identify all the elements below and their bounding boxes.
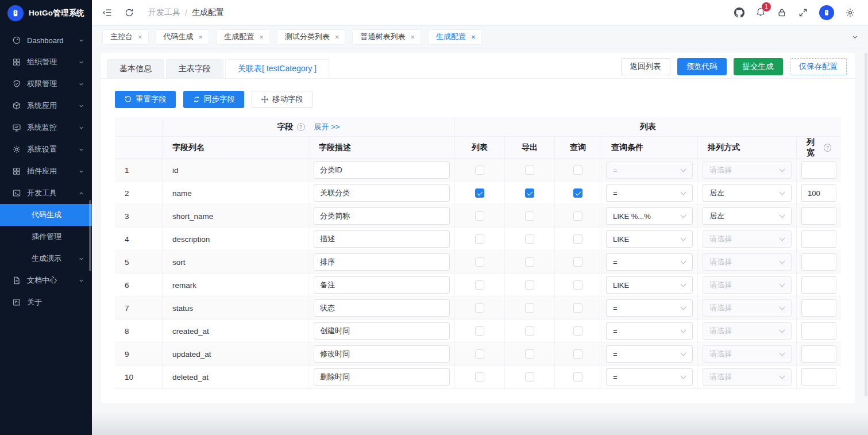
query-checkbox[interactable] — [573, 280, 582, 290]
move-fields-button[interactable]: 移动字段 — [252, 91, 313, 108]
tab-relation-table[interactable]: 关联表[ testCategory ] — [225, 59, 329, 78]
query-condition-select[interactable]: = — [606, 368, 693, 386]
column-width-input[interactable] — [801, 368, 836, 386]
query-checkbox[interactable] — [573, 188, 582, 198]
query-condition-select[interactable]: LIKE %...% — [606, 207, 693, 225]
export-checkbox[interactable] — [525, 234, 534, 244]
lock-icon[interactable] — [777, 7, 787, 18]
tab-chip-test-category-list[interactable]: 测试分类列表× — [277, 29, 346, 45]
align-select[interactable]: 居左 — [703, 184, 792, 202]
field-desc-input[interactable] — [314, 322, 450, 340]
query-checkbox[interactable] — [573, 326, 582, 336]
close-icon[interactable]: × — [335, 33, 340, 41]
help-icon[interactable]: ? — [824, 144, 831, 152]
align-select[interactable]: 请选择 — [703, 276, 792, 294]
tab-basic-info[interactable]: 基本信息 — [107, 59, 164, 78]
list-checkbox[interactable] — [475, 234, 484, 244]
query-condition-select[interactable]: LIKE — [606, 230, 693, 248]
query-condition-select[interactable]: = — [606, 184, 693, 202]
submit-generate-button[interactable]: 提交生成 — [734, 58, 783, 75]
github-icon[interactable] — [734, 7, 744, 18]
sidebar-item-about[interactable]: 关于 — [0, 291, 92, 313]
expand-link[interactable]: 展开 >> — [314, 122, 340, 132]
query-condition-select[interactable]: = — [606, 161, 693, 179]
column-width-input[interactable] — [801, 322, 836, 340]
reset-fields-button[interactable]: 重置字段 — [115, 91, 176, 108]
list-checkbox[interactable] — [475, 257, 484, 267]
align-select[interactable]: 请选择 — [703, 368, 792, 386]
user-avatar[interactable] — [819, 5, 834, 20]
field-desc-input[interactable] — [314, 299, 450, 317]
list-checkbox[interactable] — [475, 188, 484, 198]
list-checkbox[interactable] — [475, 349, 484, 359]
help-icon[interactable]: ? — [297, 123, 305, 131]
settings-gear-icon[interactable] — [845, 7, 855, 18]
column-width-input[interactable] — [801, 276, 836, 294]
field-desc-input[interactable] — [314, 184, 450, 202]
query-checkbox[interactable] — [573, 211, 582, 221]
list-checkbox[interactable] — [475, 326, 484, 336]
sidebar-item-system-app[interactable]: 系统应用 — [0, 95, 92, 117]
column-width-input[interactable] — [801, 230, 836, 248]
export-checkbox[interactable] — [525, 303, 534, 313]
save-config-only-button[interactable]: 仅保存配置 — [790, 58, 847, 75]
query-checkbox[interactable] — [573, 349, 582, 359]
query-condition-select[interactable]: = — [606, 345, 693, 363]
query-condition-select[interactable]: = — [606, 322, 693, 340]
sidebar-item-system-monitor[interactable]: 系统监控 — [0, 117, 92, 138]
list-checkbox[interactable] — [475, 372, 484, 382]
sidebar-item-permission[interactable]: 权限管理 — [0, 73, 92, 95]
column-width-input[interactable] — [801, 345, 836, 363]
app-logo[interactable]: HotGo管理系统 — [0, 0, 92, 26]
field-desc-input[interactable] — [314, 345, 450, 363]
sidebar-item-dashboard[interactable]: Dashboard — [0, 29, 92, 51]
sidebar-item-org[interactable]: 组织管理 — [0, 51, 92, 73]
close-icon[interactable]: × — [199, 33, 203, 41]
tab-main-fields[interactable]: 主表字段 — [166, 59, 223, 78]
query-condition-select[interactable]: = — [606, 299, 693, 317]
column-width-input[interactable] — [801, 253, 836, 271]
fullscreen-icon[interactable] — [798, 7, 808, 18]
query-condition-select[interactable]: LIKE — [606, 276, 693, 294]
tab-chip-code-generation[interactable]: 代码生成× — [156, 29, 210, 45]
column-width-input[interactable] — [801, 184, 836, 202]
window-scrollbar[interactable] — [865, 53, 867, 396]
collapse-sidebar-icon[interactable] — [102, 7, 113, 18]
field-desc-input[interactable] — [314, 161, 450, 179]
align-select[interactable]: 请选择 — [703, 322, 792, 340]
sidebar-item-generate-demo[interactable]: 生成演示 — [0, 248, 92, 270]
align-select[interactable]: 请选择 — [703, 230, 792, 248]
list-checkbox[interactable] — [475, 303, 484, 313]
sidebar-item-plugin-app[interactable]: 插件应用 — [0, 160, 92, 182]
breadcrumb-parent[interactable]: 开发工具 — [148, 7, 180, 18]
sidebar-item-doc-center[interactable]: 文档中心 — [0, 270, 92, 291]
query-checkbox[interactable] — [573, 257, 582, 267]
column-width-input[interactable] — [801, 161, 836, 179]
list-checkbox[interactable] — [475, 165, 484, 175]
tab-chip-tree-table-list[interactable]: 普通树表列表× — [352, 29, 421, 45]
field-desc-input[interactable] — [314, 253, 450, 271]
close-icon[interactable]: × — [138, 33, 142, 41]
sidebar-item-code-generation[interactable]: 代码生成 — [0, 204, 92, 226]
align-select[interactable]: 居左 — [703, 207, 792, 225]
export-checkbox[interactable] — [525, 326, 534, 336]
tab-chip-generate-config-active[interactable]: 生成配置× — [428, 29, 482, 45]
list-checkbox[interactable] — [475, 211, 484, 221]
sidebar-item-system-settings[interactable]: 系统设置 — [0, 138, 92, 160]
export-checkbox[interactable] — [525, 188, 534, 198]
column-width-input[interactable] — [801, 207, 836, 225]
close-icon[interactable]: × — [471, 33, 476, 41]
export-checkbox[interactable] — [525, 349, 534, 359]
sidebar-item-dev-tools[interactable]: 开发工具 — [0, 182, 92, 204]
export-checkbox[interactable] — [525, 165, 534, 175]
column-width-input[interactable] — [801, 299, 836, 317]
export-checkbox[interactable] — [525, 280, 534, 290]
close-icon[interactable]: × — [259, 33, 264, 41]
tab-chip-console[interactable]: 主控台× — [102, 29, 149, 45]
query-condition-select[interactable]: = — [606, 253, 693, 271]
preview-code-button[interactable]: 预览代码 — [677, 58, 727, 75]
notifications-button[interactable]: 1 — [755, 6, 766, 19]
back-to-list-button[interactable]: 返回列表 — [621, 58, 670, 75]
query-checkbox[interactable] — [573, 234, 582, 244]
field-desc-input[interactable] — [314, 276, 450, 294]
